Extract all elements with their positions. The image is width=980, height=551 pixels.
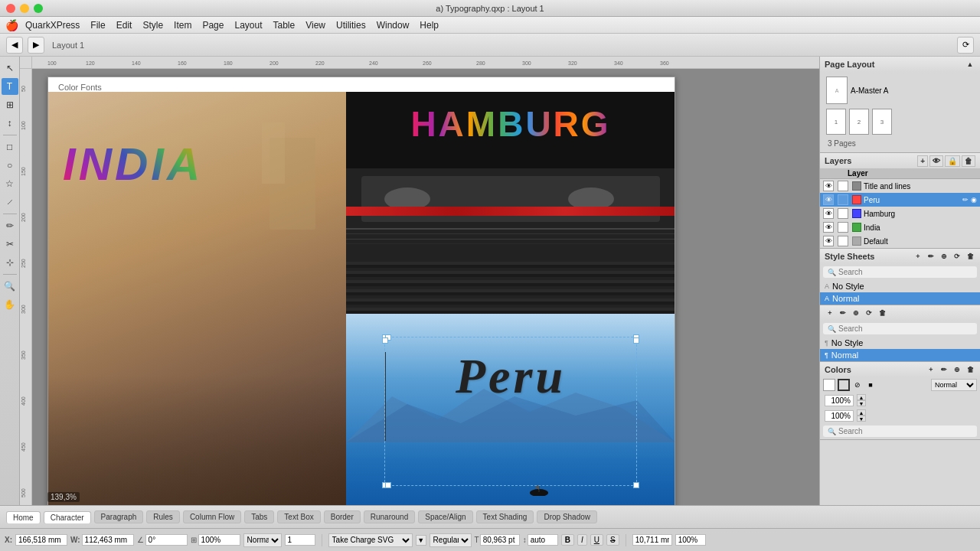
page-layout-expand[interactable]: ▲	[965, 59, 975, 70]
style-no-style-bottom[interactable]: ¶ No Style	[820, 337, 980, 349]
layer-default[interactable]: 👁 Default	[820, 234, 980, 248]
tool-pointer[interactable]: ↖	[2, 60, 18, 77]
angle-input[interactable]	[145, 534, 188, 546]
pss-edit[interactable]: ✏	[838, 308, 848, 318]
toolbar-btn-1[interactable]: ◀	[6, 37, 23, 54]
color-none[interactable]: ⊘	[852, 380, 863, 390]
pss-del[interactable]: 🗑	[877, 308, 887, 318]
color-fill-swatch[interactable]	[823, 379, 835, 391]
menu-file[interactable]: File	[85, 19, 110, 31]
sel-handle-lc[interactable]	[382, 337, 388, 344]
layer-vis-hamburg[interactable]: 👁	[823, 208, 834, 219]
final-scale[interactable]	[675, 534, 706, 546]
tab-border[interactable]: Border	[324, 510, 361, 523]
pss-dup[interactable]: ⊕	[851, 308, 861, 318]
menu-edit[interactable]: Edit	[111, 19, 138, 31]
strikethrough-button[interactable]: S	[606, 534, 619, 546]
layer-lock-peru[interactable]	[838, 194, 848, 205]
style-search-input-top[interactable]	[838, 268, 972, 276]
ss-dup[interactable]: ⊕	[939, 251, 949, 262]
color-percent-2[interactable]	[825, 410, 854, 422]
layers-eye[interactable]: 👁	[929, 155, 943, 167]
font-name-select[interactable]: Take Charge SVG	[328, 533, 413, 547]
style-search-top[interactable]: 🔍	[823, 266, 977, 278]
maximize-button[interactable]	[34, 4, 43, 13]
style-search-input-bottom[interactable]	[838, 324, 972, 333]
page-thumb-3[interactable]: 3	[872, 109, 892, 135]
tool-link[interactable]: ⊞	[2, 96, 18, 113]
ss-edit[interactable]: ✏	[926, 251, 936, 262]
font-style-select[interactable]: Regular	[430, 533, 472, 547]
colors-search[interactable]: 🔍	[823, 425, 977, 437]
layer-lock-india[interactable]	[838, 222, 848, 233]
minimize-button[interactable]	[20, 4, 29, 13]
menu-view[interactable]: View	[300, 19, 331, 31]
menu-window[interactable]: Window	[371, 19, 415, 31]
scale-input[interactable]	[198, 534, 240, 546]
page-thumb-2[interactable]: 2	[849, 109, 869, 135]
font-picker-icon[interactable]: ▼	[416, 535, 426, 546]
apple-menu[interactable]: 🍎	[3, 19, 20, 31]
color-stepper-1[interactable]: ▲ ▼	[857, 394, 866, 406]
bold-button[interactable]: B	[561, 534, 574, 546]
step-down-2[interactable]: ▼	[857, 416, 866, 422]
tool-scissors[interactable]: ✂	[2, 236, 18, 253]
color-stepper-2[interactable]: ▲ ▼	[857, 409, 866, 422]
tab-tabs[interactable]: Tabs	[244, 510, 274, 523]
tool-star[interactable]: ☆	[2, 175, 18, 192]
master-page-thumb[interactable]: A	[826, 77, 848, 104]
tool-rect[interactable]: □	[2, 139, 18, 155]
layer-hamburg[interactable]: 👁 Hamburg	[820, 207, 980, 220]
menu-quarkxpress[interactable]: QuarkXPress	[20, 19, 85, 31]
tab-paragraph[interactable]: Paragraph	[94, 510, 144, 523]
layer-vis-peru[interactable]: 👁	[823, 194, 834, 205]
col-add[interactable]: +	[926, 364, 936, 375]
menu-page[interactable]: Page	[197, 19, 229, 31]
tab-text-box[interactable]: Text Box	[277, 510, 320, 523]
canvas-area[interactable]: 100 120 140 160 180 200 220 240 260 280 …	[20, 57, 819, 505]
tab-text-shading[interactable]: Text Shading	[476, 510, 534, 523]
layer-lock-default[interactable]	[838, 236, 848, 246]
layer-vis-default[interactable]: 👁	[823, 236, 834, 246]
layer-title-lines[interactable]: 👁 Title and lines	[820, 179, 980, 193]
col-del[interactable]: 🗑	[965, 364, 975, 375]
w-input[interactable]	[82, 534, 134, 546]
layer-vis-india[interactable]: 👁	[823, 222, 834, 233]
layers-add[interactable]: +	[917, 155, 928, 167]
color-black[interactable]: ■	[865, 380, 876, 390]
layer-edit-peru[interactable]: ✏	[962, 196, 969, 204]
step-up-1[interactable]: ▲	[857, 394, 866, 400]
tool-line[interactable]: ⟋	[2, 194, 18, 210]
ss-del[interactable]: 🗑	[965, 251, 975, 262]
style-no-style-top[interactable]: A No Style	[820, 280, 980, 292]
pss-refresh[interactable]: ⟳	[864, 308, 874, 318]
layer-vis-title[interactable]: 👁	[823, 181, 834, 191]
col-edit[interactable]: ✏	[939, 364, 949, 375]
tab-rules[interactable]: Rules	[146, 510, 180, 523]
tool-zoom[interactable]: 🔍	[2, 278, 18, 295]
tab-space-align[interactable]: Space/Align	[418, 510, 472, 523]
tool-hand[interactable]: ✋	[2, 296, 18, 313]
menu-help[interactable]: Help	[414, 19, 444, 31]
sel-handle-bc[interactable]	[385, 482, 391, 488]
tab-column-flow[interactable]: Column Flow	[183, 510, 241, 523]
layers-delete[interactable]: 🗑	[962, 155, 975, 167]
ss-add[interactable]: +	[913, 251, 923, 262]
tab-runaround[interactable]: Runaround	[364, 510, 415, 523]
cols-input[interactable]	[285, 534, 315, 546]
underline-button[interactable]: U	[590, 534, 603, 546]
leading-input[interactable]	[528, 534, 558, 546]
step-up-2[interactable]: ▲	[857, 409, 866, 416]
sync-btn[interactable]: ⟳	[957, 37, 974, 54]
layer-peru[interactable]: 👁 Peru ✏ ◉	[820, 193, 980, 207]
tool-pen[interactable]: ✏	[2, 217, 18, 234]
colors-search-input[interactable]	[838, 427, 972, 435]
tool-zoom-pan[interactable]: ↕	[2, 115, 18, 132]
menu-style[interactable]: Style	[137, 19, 168, 31]
color-stroke-swatch[interactable]	[838, 379, 850, 391]
tab-home[interactable]: Home	[6, 511, 41, 523]
style-normal-bottom[interactable]: ¶ Normal	[820, 349, 980, 361]
menu-table[interactable]: Table	[267, 19, 300, 31]
layers-lock[interactable]: 🔒	[945, 155, 960, 167]
style-normal-top[interactable]: A Normal	[820, 292, 980, 305]
